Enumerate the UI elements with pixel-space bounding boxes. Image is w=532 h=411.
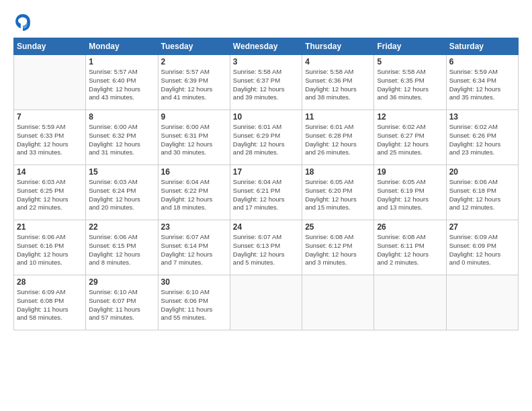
week-row-2: 7Sunrise: 5:59 AM Sunset: 6:33 PM Daylig… [14, 110, 519, 165]
day-info: Sunrise: 5:59 AM Sunset: 6:33 PM Dayligh… [17, 123, 83, 157]
week-row-5: 28Sunrise: 6:09 AM Sunset: 6:08 PM Dayli… [14, 275, 519, 330]
weekday-header-wednesday: Wednesday [230, 38, 302, 55]
day-number: 28 [17, 277, 83, 287]
calendar-cell: 23Sunrise: 6:07 AM Sunset: 6:14 PM Dayli… [158, 220, 230, 275]
day-info: Sunrise: 6:05 AM Sunset: 6:19 PM Dayligh… [377, 178, 443, 212]
week-row-1: 1Sunrise: 5:57 AM Sunset: 6:40 PM Daylig… [14, 55, 519, 110]
day-info: Sunrise: 5:57 AM Sunset: 6:39 PM Dayligh… [161, 68, 227, 102]
day-info: Sunrise: 6:10 AM Sunset: 6:06 PM Dayligh… [161, 288, 227, 322]
weekday-header-sunday: Sunday [14, 38, 86, 55]
calendar-cell [230, 275, 302, 330]
calendar-cell [14, 55, 86, 110]
calendar-cell: 22Sunrise: 6:06 AM Sunset: 6:15 PM Dayli… [86, 220, 158, 275]
calendar-cell: 27Sunrise: 6:09 AM Sunset: 6:09 PM Dayli… [446, 220, 518, 275]
day-info: Sunrise: 6:00 AM Sunset: 6:31 PM Dayligh… [161, 123, 227, 157]
day-number: 6 [449, 57, 515, 66]
calendar-cell: 8Sunrise: 6:00 AM Sunset: 6:32 PM Daylig… [86, 110, 158, 165]
calendar-cell: 13Sunrise: 6:02 AM Sunset: 6:26 PM Dayli… [446, 110, 518, 165]
calendar-cell: 4Sunrise: 5:58 AM Sunset: 6:36 PM Daylig… [302, 55, 374, 110]
day-info: Sunrise: 6:08 AM Sunset: 6:11 PM Dayligh… [377, 233, 443, 267]
day-info: Sunrise: 6:03 AM Sunset: 6:25 PM Dayligh… [17, 178, 83, 212]
calendar-cell: 17Sunrise: 6:04 AM Sunset: 6:21 PM Dayli… [230, 165, 302, 220]
day-number: 23 [161, 222, 227, 232]
day-info: Sunrise: 5:57 AM Sunset: 6:40 PM Dayligh… [89, 68, 154, 102]
calendar-cell: 7Sunrise: 5:59 AM Sunset: 6:33 PM Daylig… [14, 110, 86, 165]
day-number: 11 [305, 112, 371, 122]
day-info: Sunrise: 6:09 AM Sunset: 6:08 PM Dayligh… [17, 288, 83, 322]
header [13, 12, 519, 31]
week-row-4: 21Sunrise: 6:06 AM Sunset: 6:16 PM Dayli… [14, 220, 519, 275]
day-info: Sunrise: 5:58 AM Sunset: 6:35 PM Dayligh… [377, 68, 443, 102]
calendar-cell: 6Sunrise: 5:59 AM Sunset: 6:34 PM Daylig… [446, 55, 518, 110]
day-info: Sunrise: 6:05 AM Sunset: 6:20 PM Dayligh… [305, 178, 371, 212]
day-info: Sunrise: 6:00 AM Sunset: 6:32 PM Dayligh… [89, 123, 154, 157]
day-number: 24 [233, 222, 299, 232]
calendar-cell: 25Sunrise: 6:08 AM Sunset: 6:12 PM Dayli… [302, 220, 374, 275]
day-info: Sunrise: 5:58 AM Sunset: 6:36 PM Dayligh… [305, 68, 371, 102]
day-number: 1 [89, 57, 154, 66]
day-info: Sunrise: 6:04 AM Sunset: 6:22 PM Dayligh… [161, 178, 227, 212]
day-number: 5 [377, 57, 443, 66]
calendar: SundayMondayTuesdayWednesdayThursdayFrid… [13, 38, 519, 330]
calendar-cell: 26Sunrise: 6:08 AM Sunset: 6:11 PM Dayli… [374, 220, 446, 275]
day-info: Sunrise: 6:07 AM Sunset: 6:14 PM Dayligh… [161, 233, 227, 267]
day-number: 2 [161, 57, 227, 66]
page: SundayMondayTuesdayWednesdayThursdayFrid… [0, 0, 532, 411]
day-info: Sunrise: 6:03 AM Sunset: 6:24 PM Dayligh… [89, 178, 154, 212]
calendar-cell: 15Sunrise: 6:03 AM Sunset: 6:24 PM Dayli… [86, 165, 158, 220]
day-info: Sunrise: 5:59 AM Sunset: 6:34 PM Dayligh… [449, 68, 515, 102]
logo [13, 12, 35, 31]
day-number: 17 [233, 167, 299, 177]
week-row-3: 14Sunrise: 6:03 AM Sunset: 6:25 PM Dayli… [14, 165, 519, 220]
calendar-cell: 28Sunrise: 6:09 AM Sunset: 6:08 PM Dayli… [14, 275, 86, 330]
day-number: 18 [305, 167, 371, 177]
day-number: 27 [449, 222, 515, 232]
day-number: 29 [89, 277, 154, 287]
calendar-cell [446, 275, 518, 330]
calendar-cell: 29Sunrise: 6:10 AM Sunset: 6:07 PM Dayli… [86, 275, 158, 330]
day-info: Sunrise: 6:07 AM Sunset: 6:13 PM Dayligh… [233, 233, 299, 267]
day-info: Sunrise: 6:06 AM Sunset: 6:16 PM Dayligh… [17, 233, 83, 267]
calendar-cell: 14Sunrise: 6:03 AM Sunset: 6:25 PM Dayli… [14, 165, 86, 220]
calendar-cell: 20Sunrise: 6:06 AM Sunset: 6:18 PM Dayli… [446, 165, 518, 220]
calendar-cell: 5Sunrise: 5:58 AM Sunset: 6:35 PM Daylig… [374, 55, 446, 110]
day-info: Sunrise: 6:01 AM Sunset: 6:29 PM Dayligh… [233, 123, 299, 157]
day-number: 14 [17, 167, 83, 177]
calendar-cell: 24Sunrise: 6:07 AM Sunset: 6:13 PM Dayli… [230, 220, 302, 275]
calendar-cell [374, 275, 446, 330]
day-number: 26 [377, 222, 443, 232]
day-number: 7 [17, 112, 83, 122]
day-info: Sunrise: 6:10 AM Sunset: 6:07 PM Dayligh… [89, 288, 154, 322]
day-number: 9 [161, 112, 227, 122]
day-info: Sunrise: 6:01 AM Sunset: 6:28 PM Dayligh… [305, 123, 371, 157]
calendar-cell: 30Sunrise: 6:10 AM Sunset: 6:06 PM Dayli… [158, 275, 230, 330]
day-number: 3 [233, 57, 299, 66]
calendar-cell: 2Sunrise: 5:57 AM Sunset: 6:39 PM Daylig… [158, 55, 230, 110]
weekday-header-tuesday: Tuesday [158, 38, 230, 55]
day-number: 10 [233, 112, 299, 122]
calendar-cell: 10Sunrise: 6:01 AM Sunset: 6:29 PM Dayli… [230, 110, 302, 165]
calendar-cell: 12Sunrise: 6:02 AM Sunset: 6:27 PM Dayli… [374, 110, 446, 165]
day-number: 13 [449, 112, 515, 122]
calendar-cell: 1Sunrise: 5:57 AM Sunset: 6:40 PM Daylig… [86, 55, 158, 110]
day-info: Sunrise: 5:58 AM Sunset: 6:37 PM Dayligh… [233, 68, 299, 102]
weekday-header-monday: Monday [86, 38, 158, 55]
calendar-cell: 9Sunrise: 6:00 AM Sunset: 6:31 PM Daylig… [158, 110, 230, 165]
day-info: Sunrise: 6:06 AM Sunset: 6:15 PM Dayligh… [89, 233, 154, 267]
day-number: 22 [89, 222, 154, 232]
day-info: Sunrise: 6:02 AM Sunset: 6:26 PM Dayligh… [449, 123, 515, 157]
day-number: 25 [305, 222, 371, 232]
calendar-cell: 18Sunrise: 6:05 AM Sunset: 6:20 PM Dayli… [302, 165, 374, 220]
day-number: 19 [377, 167, 443, 177]
day-info: Sunrise: 6:06 AM Sunset: 6:18 PM Dayligh… [449, 178, 515, 212]
weekday-header-thursday: Thursday [302, 38, 374, 55]
day-number: 20 [449, 167, 515, 177]
logo-icon [13, 12, 32, 31]
day-number: 15 [89, 167, 154, 177]
day-number: 12 [377, 112, 443, 122]
calendar-cell: 11Sunrise: 6:01 AM Sunset: 6:28 PM Dayli… [302, 110, 374, 165]
day-number: 8 [89, 112, 154, 122]
day-info: Sunrise: 6:08 AM Sunset: 6:12 PM Dayligh… [305, 233, 371, 267]
calendar-cell [302, 275, 374, 330]
day-info: Sunrise: 6:09 AM Sunset: 6:09 PM Dayligh… [449, 233, 515, 267]
